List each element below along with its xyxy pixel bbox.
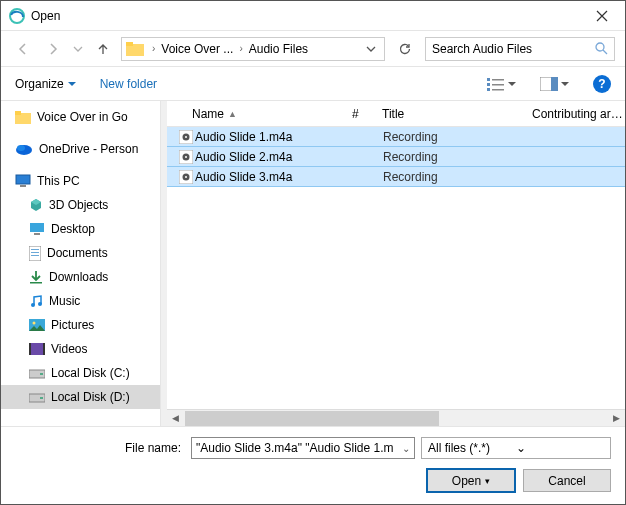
svg-point-28 <box>33 322 36 325</box>
cancel-button[interactable]: Cancel <box>523 469 611 492</box>
close-button[interactable] <box>579 1 625 31</box>
pc-icon <box>15 174 31 188</box>
svg-rect-31 <box>43 343 45 355</box>
svg-point-44 <box>185 156 187 158</box>
up-button[interactable] <box>91 37 115 61</box>
chevron-down-icon[interactable]: ⌄ <box>402 443 410 454</box>
help-button[interactable]: ? <box>593 75 611 93</box>
svg-rect-35 <box>40 397 43 399</box>
svg-rect-5 <box>487 83 490 86</box>
tree-item[interactable]: Local Disk (C:) <box>1 361 160 385</box>
svg-rect-33 <box>40 373 43 375</box>
tree-item[interactable]: Voice Over in Go <box>1 105 160 129</box>
file-row[interactable]: Audio Slide 3.m4aRecording <box>167 166 625 187</box>
tree-item[interactable]: Desktop <box>1 217 160 241</box>
sort-asc-icon: ▲ <box>228 109 237 119</box>
3d-icon <box>29 198 43 212</box>
svg-point-26 <box>38 302 42 306</box>
column-header[interactable]: Name▲ # Title Contributing artist <box>167 101 625 127</box>
svg-point-47 <box>185 176 187 178</box>
search-icon <box>595 42 608 55</box>
svg-rect-24 <box>30 282 42 284</box>
forward-button[interactable] <box>41 37 65 61</box>
search-input[interactable]: Search Audio Files <box>425 37 615 61</box>
tree-item[interactable]: Downloads <box>1 265 160 289</box>
search-placeholder: Search Audio Files <box>432 42 595 56</box>
titlebar: Open <box>1 1 625 31</box>
audio-file-icon <box>177 130 195 144</box>
svg-point-25 <box>31 303 35 307</box>
svg-rect-23 <box>31 255 39 256</box>
horizontal-scrollbar[interactable]: ◀ ▶ <box>167 409 625 426</box>
window-title: Open <box>31 9 579 23</box>
svg-rect-2 <box>126 42 133 46</box>
tree-item[interactable]: Local Disk (D:) <box>1 385 160 409</box>
downloads-icon <box>29 270 43 284</box>
chevron-down-icon: ⌄ <box>516 441 604 455</box>
chevron-right-icon[interactable]: › <box>237 43 244 54</box>
disk-icon <box>29 367 45 379</box>
nav-tree[interactable]: Voice Over in GoOneDrive - PersonThis PC… <box>1 101 161 426</box>
audio-file-icon <box>177 170 195 184</box>
tree-item[interactable]: OneDrive - Person <box>1 137 160 161</box>
svg-rect-8 <box>492 84 504 86</box>
navbar: › Voice Over ... › Audio Files Search Au… <box>1 31 625 67</box>
tree-item[interactable]: Network <box>1 417 160 422</box>
svg-rect-17 <box>20 185 26 187</box>
svg-rect-21 <box>31 249 39 250</box>
file-pane: Name▲ # Title Contributing artist Audio … <box>167 101 625 426</box>
open-dialog: Open › Voice Over ... › Audio Files Sear… <box>0 0 626 505</box>
music-icon <box>29 294 43 308</box>
tree-item[interactable]: Documents <box>1 241 160 265</box>
tree-item[interactable]: Music <box>1 289 160 313</box>
tree-item[interactable]: Pictures <box>1 313 160 337</box>
svg-rect-7 <box>492 79 504 81</box>
svg-rect-18 <box>30 223 44 232</box>
file-row[interactable]: Audio Slide 1.m4aRecording <box>167 127 625 147</box>
tree-item[interactable]: Videos <box>1 337 160 361</box>
preview-pane-button[interactable] <box>540 77 569 91</box>
filename-label: File name: <box>15 441 185 455</box>
back-button[interactable] <box>11 37 35 61</box>
svg-rect-29 <box>29 343 45 355</box>
organize-menu[interactable]: Organize <box>15 77 76 91</box>
filter-select[interactable]: All files (*.*) ⌄ <box>421 437 611 459</box>
folder-icon <box>126 42 144 56</box>
svg-rect-30 <box>29 343 31 355</box>
onedrive-icon <box>15 143 33 155</box>
address-dropdown[interactable] <box>360 44 382 54</box>
svg-rect-4 <box>487 78 490 81</box>
file-row[interactable]: Audio Slide 2.m4aRecording <box>167 146 625 167</box>
new-folder-button[interactable]: New folder <box>100 77 157 91</box>
svg-rect-13 <box>15 111 21 115</box>
docs-icon <box>29 246 41 261</box>
view-mode-button[interactable] <box>487 77 516 91</box>
pictures-icon <box>29 319 45 331</box>
recent-dropdown[interactable] <box>71 37 85 61</box>
body: Voice Over in GoOneDrive - PersonThis PC… <box>1 101 625 426</box>
bottom-panel: File name: "Audio Slide 3.m4a" "Audio Sl… <box>1 426 625 504</box>
breadcrumb-seg1[interactable]: Voice Over ... <box>161 42 233 56</box>
svg-rect-20 <box>29 246 41 261</box>
svg-rect-16 <box>16 175 30 184</box>
svg-rect-19 <box>34 233 40 235</box>
open-button[interactable]: Open ▾ <box>427 469 515 492</box>
filename-input[interactable]: "Audio Slide 3.m4a" "Audio Slide 1.m ⌄ <box>191 437 415 459</box>
svg-rect-11 <box>551 77 558 91</box>
svg-point-41 <box>185 136 187 138</box>
tree-item[interactable]: This PC <box>1 169 160 193</box>
audio-file-icon <box>177 150 195 164</box>
folder-icon <box>15 110 31 124</box>
address-bar[interactable]: › Voice Over ... › Audio Files <box>121 37 385 61</box>
svg-point-3 <box>596 43 604 51</box>
tree-item[interactable]: 3D Objects <box>1 193 160 217</box>
chevron-right-icon[interactable]: › <box>150 43 157 54</box>
svg-rect-22 <box>31 252 39 253</box>
videos-icon <box>29 343 45 355</box>
breadcrumb-seg2[interactable]: Audio Files <box>249 42 308 56</box>
svg-rect-9 <box>492 89 504 91</box>
file-list[interactable]: Audio Slide 1.m4aRecordingAudio Slide 2.… <box>167 127 625 409</box>
refresh-button[interactable] <box>391 37 419 61</box>
desktop-icon <box>29 222 45 236</box>
svg-rect-6 <box>487 88 490 91</box>
